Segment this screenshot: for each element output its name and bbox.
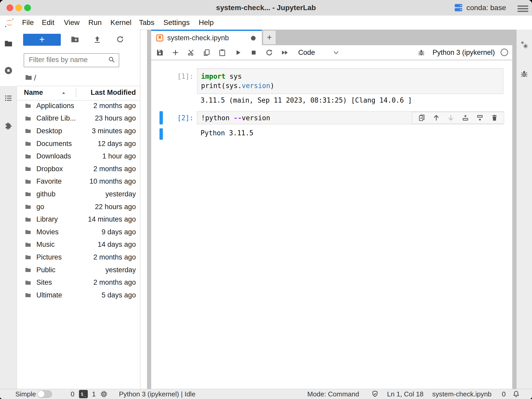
- file-name: Sites: [36, 278, 52, 287]
- file-list-item[interactable]: github yesterday: [17, 188, 140, 201]
- move-up-icon[interactable]: [433, 114, 440, 122]
- menu-settings[interactable]: Settings: [163, 16, 190, 30]
- folder-icon: [25, 229, 31, 235]
- menu-file[interactable]: File: [22, 16, 34, 30]
- menu-view[interactable]: View: [64, 16, 79, 30]
- move-down-icon[interactable]: [447, 114, 455, 122]
- notebook-area[interactable]: [1]: import sys print(sys.version) 3.11.…: [151, 60, 512, 389]
- file-name: github: [36, 190, 56, 198]
- sort-asc-icon[interactable]: [61, 90, 66, 96]
- menu-tabs[interactable]: Tabs: [139, 16, 154, 30]
- refresh-icon[interactable]: [116, 35, 124, 44]
- dirty-dot-icon[interactable]: [251, 36, 256, 41]
- folder-icon: [25, 191, 31, 197]
- paste-icon[interactable]: [218, 49, 226, 57]
- file-modified: yesterday: [105, 190, 136, 198]
- file-name: Desktop: [36, 127, 62, 135]
- add-cell-icon[interactable]: [171, 49, 179, 57]
- menu-run[interactable]: Run: [88, 16, 102, 30]
- kernels-count[interactable]: 1: [92, 389, 96, 399]
- cell-1-input[interactable]: import sys print(sys.version): [197, 68, 503, 94]
- notifications-count[interactable]: 0: [502, 389, 506, 399]
- file-list-item[interactable]: Desktop 3 minutes ago: [17, 125, 140, 137]
- new-tab-button[interactable]: +: [263, 31, 276, 44]
- menu-kernel[interactable]: Kernel: [110, 16, 131, 30]
- menu-help[interactable]: Help: [199, 16, 214, 30]
- kernel-status-icon[interactable]: [501, 49, 508, 56]
- menu-edit[interactable]: Edit: [42, 16, 54, 30]
- conda-icon: [454, 3, 463, 12]
- cell-2-output-collapser[interactable]: [159, 128, 163, 140]
- file-list-item[interactable]: Ultimate 5 days ago: [17, 289, 140, 302]
- insert-below-icon[interactable]: [476, 114, 484, 122]
- folder-icon: [25, 141, 31, 147]
- kernel-chip-icon[interactable]: [100, 390, 108, 398]
- file-browser-icon[interactable]: [4, 39, 13, 48]
- run-icon[interactable]: [234, 49, 242, 57]
- copy-icon[interactable]: [203, 49, 211, 57]
- chevron-down-icon[interactable]: [333, 51, 339, 55]
- mode-indicator[interactable]: Mode: Command: [307, 389, 359, 399]
- restart-icon[interactable]: [265, 49, 273, 57]
- notebook-toolbar: Code Python 3 (ipykernel): [151, 45, 512, 60]
- file-list-item[interactable]: Library 14 minutes ago: [17, 213, 140, 226]
- running-kernels-icon[interactable]: [4, 66, 13, 75]
- file-list-item[interactable]: Music 14 days ago: [17, 238, 140, 251]
- file-list-item[interactable]: Downloads 1 hour ago: [17, 150, 140, 163]
- bell-icon[interactable]: [512, 390, 520, 398]
- terminal-icon[interactable]: $_: [79, 390, 88, 398]
- file-list-item[interactable]: Calibre Lib... 23 hours ago: [17, 112, 140, 125]
- active-file-name[interactable]: system-check.ipynb: [432, 389, 491, 399]
- terminals-count[interactable]: 0: [71, 389, 74, 399]
- duplicate-cell-icon[interactable]: [418, 114, 425, 122]
- file-list-item[interactable]: Dropbox 2 months ago: [17, 163, 140, 175]
- right-activity-bar: [516, 30, 532, 389]
- kernel-name[interactable]: Python 3 (ipykernel): [433, 45, 495, 60]
- cut-icon[interactable]: [187, 49, 195, 57]
- folder-icon[interactable]: [25, 74, 32, 81]
- file-name: Public: [36, 266, 56, 274]
- hamburger-icon[interactable]: [517, 4, 528, 13]
- save-icon[interactable]: [156, 49, 164, 57]
- toggle-knob: [38, 391, 44, 397]
- property-inspector-icon[interactable]: [520, 40, 529, 49]
- file-name: Documents: [36, 140, 72, 148]
- upload-icon[interactable]: [93, 35, 102, 44]
- conda-env-badge[interactable]: conda: base: [454, 0, 506, 16]
- file-list-header: Name Last Modified: [17, 86, 140, 101]
- folder-icon: [25, 254, 31, 260]
- extensions-icon[interactable]: [4, 122, 13, 130]
- file-modified: 1 hour ago: [102, 152, 136, 160]
- breadcrumb-root[interactable]: /: [34, 71, 36, 85]
- folder-icon: [25, 242, 31, 248]
- delete-cell-icon[interactable]: [491, 114, 498, 122]
- file-list-item[interactable]: Pictures 2 months ago: [17, 251, 140, 264]
- cell-type-dropdown[interactable]: Code: [298, 45, 315, 60]
- cursor-position[interactable]: Ln 1, Col 18: [387, 389, 423, 399]
- shield-icon[interactable]: [371, 390, 379, 398]
- file-list-item[interactable]: Public yesterday: [17, 264, 140, 276]
- insert-above-icon[interactable]: [462, 114, 469, 122]
- column-header-name[interactable]: Name: [24, 86, 43, 99]
- file-list-item[interactable]: go 22 hours ago: [17, 201, 140, 213]
- filter-files-input[interactable]: Filter files by name: [24, 53, 119, 67]
- stop-icon[interactable]: [250, 49, 258, 57]
- file-list-item[interactable]: Sites 2 months ago: [17, 276, 140, 289]
- run-all-icon[interactable]: [281, 49, 289, 57]
- file-list-item[interactable]: Movies 9 days ago: [17, 226, 140, 238]
- new-launcher-button[interactable]: +: [23, 34, 61, 46]
- debugger-icon[interactable]: [417, 49, 425, 56]
- kernel-status-text[interactable]: Python 3 (ipykernel) | Idle: [119, 389, 195, 399]
- file-list-item[interactable]: Documents 12 days ago: [17, 137, 140, 150]
- folder-icon: [25, 280, 31, 286]
- column-header-modified[interactable]: Last Modified: [91, 86, 136, 99]
- new-folder-icon[interactable]: [71, 35, 79, 44]
- window-title: system-check... - JupyterLab: [0, 0, 532, 16]
- file-list-item[interactable]: Favorite 10 months ago: [17, 175, 140, 188]
- file-list-item[interactable]: Applications 2 months ago: [17, 99, 140, 112]
- simple-mode-toggle[interactable]: [37, 390, 52, 398]
- folder-icon: [25, 216, 31, 223]
- tab-system-check[interactable]: system-check.ipynb: [151, 30, 262, 45]
- toc-icon[interactable]: [4, 94, 13, 103]
- debugger-panel-icon[interactable]: [520, 70, 529, 78]
